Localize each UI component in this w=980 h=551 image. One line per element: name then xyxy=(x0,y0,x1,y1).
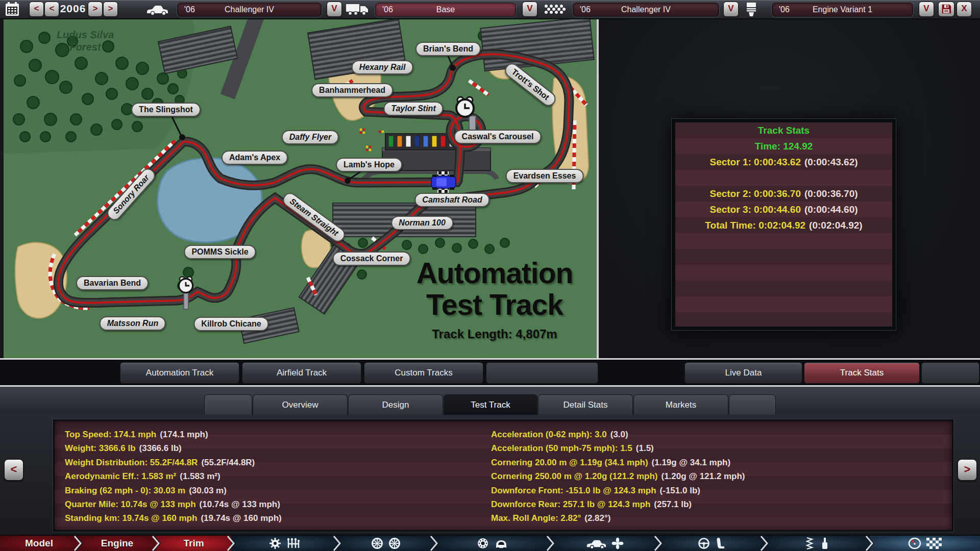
nav-suspension[interactable] xyxy=(765,536,870,551)
engine-family-dropdown-button[interactable]: V xyxy=(723,2,739,17)
stat-row: Cornering 250.00 m @ 1.20g (121.2 mph)(1… xyxy=(491,469,745,483)
corner-label-matsson-run: Matsson Run xyxy=(100,316,166,331)
bottom-nav: Model Engine Trim xyxy=(0,535,980,551)
nav-model[interactable]: Model xyxy=(0,536,78,551)
nav-engine[interactable]: Engine xyxy=(78,536,156,551)
tab-bar-cap xyxy=(729,394,776,415)
year-next-fast-button[interactable]: > xyxy=(103,2,118,17)
nav-drivetrain[interactable] xyxy=(231,536,337,551)
corner-label-killrob-chicane: Killrob Chicane xyxy=(193,317,268,331)
tab-track-stats[interactable]: Track Stats xyxy=(804,362,920,384)
corner-label-lambs-hope: Lamb's Hope xyxy=(336,158,402,172)
stat-row: Aerodynamic Eff.: 1.583 m²(1.583 m²) xyxy=(65,469,282,483)
player-car xyxy=(431,174,456,190)
nav-body-aero[interactable] xyxy=(551,536,658,551)
nav-brakes[interactable] xyxy=(434,536,551,551)
top-bar: < < 2006 > > '06 Challenger IV V '06 Bas… xyxy=(0,0,980,19)
track-tab-bar: Automation Track Airfield Track Custom T… xyxy=(0,358,980,387)
corner-label-pomms-sickle: POMMS Sickle xyxy=(184,245,256,259)
stat-row: Braking (62 mph - 0): 30.03 m(30.03 m) xyxy=(65,484,282,497)
nav-trim[interactable]: Trim xyxy=(156,536,231,551)
tab-design[interactable]: Design xyxy=(348,394,443,415)
chevron-separator-icon xyxy=(430,536,439,551)
track-time: Time: 124.92 xyxy=(675,138,892,154)
spacer-row xyxy=(675,170,892,186)
year-prev-button[interactable]: < xyxy=(44,2,59,17)
year-prev-fast-button[interactable]: < xyxy=(29,2,44,17)
tab-custom-tracks[interactable]: Custom Tracks xyxy=(364,362,483,384)
tab-markets[interactable]: Markets xyxy=(633,394,728,415)
corner-label-banhammerhead: Banhammerhead xyxy=(311,83,393,97)
tab-overview[interactable]: Overview xyxy=(253,394,348,415)
piston-icon xyxy=(744,2,758,19)
corner-label-adams-apex: Adam's Apex xyxy=(222,151,288,165)
tab-live-data[interactable]: Live Data xyxy=(684,362,802,384)
track-stats-title: Track Stats xyxy=(675,122,892,138)
stat-row: Top Speed: 174.1 mph(174.1 mph) xyxy=(65,428,282,441)
fan-icon xyxy=(611,537,624,549)
engine-variant-selector[interactable]: '06 Engine Variant 1 xyxy=(772,3,913,17)
stat-row: Max. Roll Angle: 2.82°(2.82°) xyxy=(491,511,745,525)
tab-bar-cap xyxy=(204,394,252,415)
gauge-icon xyxy=(908,537,921,549)
model-dropdown-button[interactable]: V xyxy=(327,2,342,17)
spring-icon xyxy=(804,537,815,550)
main-tab-bar: Overview Design Test Track Detail Stats … xyxy=(0,387,980,414)
year-next-button[interactable]: > xyxy=(88,2,103,17)
model-value: Challenger IV xyxy=(178,3,321,16)
close-icon[interactable]: X xyxy=(957,2,972,17)
stat-row: Standing km: 19.74s @ 160 mph(19.74s @ 1… xyxy=(65,511,282,525)
trim-selector[interactable]: '06 Base xyxy=(375,3,516,17)
checkered-flag-icon xyxy=(926,538,942,549)
nav-wheels[interactable] xyxy=(337,536,434,551)
performance-next-button[interactable]: > xyxy=(958,459,977,481)
total-time-row: Total Time: 0:02:04.92(0:02:04.92) xyxy=(675,217,892,233)
seat-icon xyxy=(715,537,725,549)
wheel-icon xyxy=(388,537,401,549)
corner-label-cossack-corner: Cossack Corner xyxy=(333,252,411,266)
brake-disc-icon xyxy=(477,537,489,549)
stat-row: Downforce Front: -151.0 lb @ 124.3 mph(-… xyxy=(491,484,745,497)
forest-label: Ludus SilvaForest xyxy=(44,29,126,53)
chevron-separator-icon xyxy=(74,536,83,551)
tab-automation-track[interactable]: Automation Track xyxy=(120,362,239,384)
chevron-separator-icon xyxy=(227,536,236,551)
engine-family-selector[interactable]: '06 Challenger IV xyxy=(573,3,719,17)
corner-label-hexany-rail: Hexany Rail xyxy=(352,60,413,74)
model-selector[interactable]: '06 Challenger IV xyxy=(177,3,322,17)
nav-interior[interactable] xyxy=(658,536,765,551)
trim-value: Base xyxy=(376,3,516,16)
corner-label-taylor-stint: Taylor Stint xyxy=(383,102,443,116)
save-button[interactable] xyxy=(938,2,954,17)
tab-airfield-track[interactable]: Airfield Track xyxy=(242,362,361,384)
car-body-icon xyxy=(494,537,508,549)
trim-dropdown-button[interactable]: V xyxy=(522,2,537,17)
corner-label-brians-bend: Brian's Bend xyxy=(415,42,481,56)
performance-right-column: Acceleration (0-62 mph): 3.0(3.0) Accele… xyxy=(491,428,745,525)
chevron-separator-icon xyxy=(152,536,161,551)
tab-detail-stats[interactable]: Detail Stats xyxy=(538,394,633,415)
wheel-icon xyxy=(371,537,383,549)
corner-label-daffy-flyer: Daffy Flyer xyxy=(282,130,339,144)
sector-clock-icon xyxy=(179,277,192,292)
chevron-separator-icon xyxy=(760,536,769,551)
stat-row: Downforce Rear: 257.1 lb @ 124.3 mph(257… xyxy=(491,497,745,511)
stat-row: Weight Distribution: 55.2F/44.8R(55.2F/4… xyxy=(65,456,282,469)
year-value: 2006 xyxy=(59,3,87,15)
stat-row: Quarter Mile: 10.74s @ 133 mph(10.74s @ … xyxy=(65,497,282,511)
tab-test-track[interactable]: Test Track xyxy=(444,394,537,415)
corner-label-norman-100: Norman 100 xyxy=(391,216,453,230)
engine-family-value: Challenger IV xyxy=(573,3,719,16)
automation-game-window: < < 2006 > > '06 Challenger IV V '06 Bas… xyxy=(0,0,980,551)
engine-variant-year-prefix: '06 xyxy=(779,5,790,14)
corner-label-caswals-carousel: Caswal's Carousel xyxy=(454,130,542,144)
nav-test-track[interactable] xyxy=(870,536,980,551)
engine-variant-dropdown-button[interactable]: V xyxy=(919,2,934,17)
corner-label-evardsen-esses: Evardsen Esses xyxy=(506,169,584,183)
corner-label-camshaft-road: Camshaft Road xyxy=(414,193,489,207)
chevron-separator-icon xyxy=(865,536,874,551)
performance-prev-button[interactable]: < xyxy=(4,459,23,481)
corner-label-the-slingshot: The Slingshot xyxy=(131,103,201,117)
sector-1-row: Sector 1: 0:00:43.62(0:00:43.62) xyxy=(675,154,892,170)
performance-left-column: Top Speed: 174.1 mph(174.1 mph) Weight: … xyxy=(65,428,282,525)
